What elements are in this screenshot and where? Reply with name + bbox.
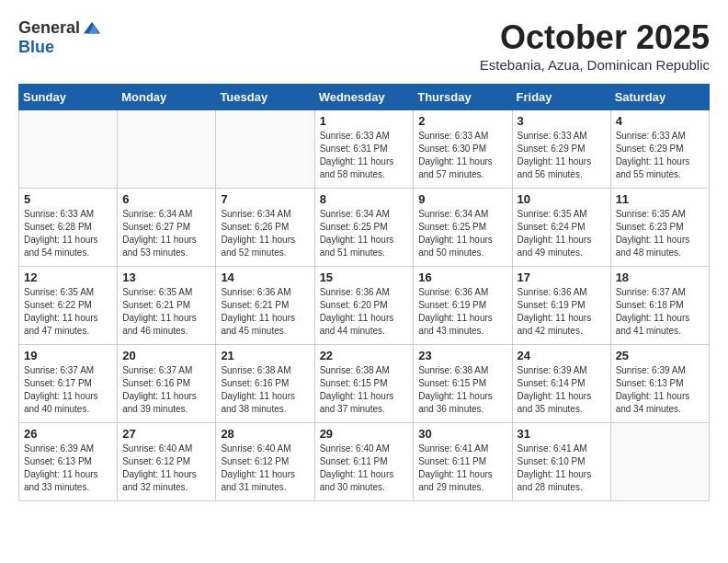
day-info: Sunrise: 6:41 AM Sunset: 6:11 PM Dayligh… xyxy=(418,442,506,494)
day-number: 23 xyxy=(418,349,506,362)
calendar-cell: 14Sunrise: 6:36 AM Sunset: 6:21 PM Dayli… xyxy=(216,267,314,345)
week-row-3: 12Sunrise: 6:35 AM Sunset: 6:22 PM Dayli… xyxy=(19,267,710,345)
day-info: Sunrise: 6:36 AM Sunset: 6:19 PM Dayligh… xyxy=(518,286,606,338)
calendar-cell: 3Sunrise: 6:33 AM Sunset: 6:29 PM Daylig… xyxy=(512,110,610,189)
logo-icon xyxy=(82,18,102,39)
calendar-cell xyxy=(19,110,118,189)
weekday-header-thursday: Thursday xyxy=(414,85,512,110)
day-number: 21 xyxy=(221,349,309,362)
weekday-header-wednesday: Wednesday xyxy=(314,85,414,110)
calendar-cell: 23Sunrise: 6:38 AM Sunset: 6:15 PM Dayli… xyxy=(414,345,512,423)
day-info: Sunrise: 6:34 AM Sunset: 6:27 PM Dayligh… xyxy=(122,208,210,259)
day-info: Sunrise: 6:35 AM Sunset: 6:24 PM Dayligh… xyxy=(518,208,606,259)
day-info: Sunrise: 6:40 AM Sunset: 6:12 PM Dayligh… xyxy=(221,442,309,494)
week-row-4: 19Sunrise: 6:37 AM Sunset: 6:17 PM Dayli… xyxy=(19,345,710,423)
logo-blue: Blue xyxy=(18,38,54,56)
day-number: 11 xyxy=(616,192,704,206)
calendar-cell: 26Sunrise: 6:39 AM Sunset: 6:13 PM Dayli… xyxy=(19,423,118,501)
day-number: 8 xyxy=(320,192,409,206)
day-number: 12 xyxy=(24,270,112,284)
calendar-cell: 27Sunrise: 6:40 AM Sunset: 6:12 PM Dayli… xyxy=(118,423,216,501)
weekday-header-monday: Monday xyxy=(118,85,216,110)
day-info: Sunrise: 6:38 AM Sunset: 6:15 PM Dayligh… xyxy=(418,364,506,416)
calendar-cell: 21Sunrise: 6:38 AM Sunset: 6:16 PM Dayli… xyxy=(216,345,314,423)
day-number: 27 xyxy=(122,427,210,441)
day-number: 16 xyxy=(418,270,506,284)
calendar-cell: 1Sunrise: 6:33 AM Sunset: 6:31 PM Daylig… xyxy=(314,110,414,189)
calendar-cell: 18Sunrise: 6:37 AM Sunset: 6:18 PM Dayli… xyxy=(610,267,709,345)
calendar-cell xyxy=(610,423,709,501)
calendar-cell: 11Sunrise: 6:35 AM Sunset: 6:23 PM Dayli… xyxy=(610,189,709,267)
day-number: 10 xyxy=(518,192,606,206)
calendar-cell: 12Sunrise: 6:35 AM Sunset: 6:22 PM Dayli… xyxy=(19,267,118,345)
day-info: Sunrise: 6:38 AM Sunset: 6:16 PM Dayligh… xyxy=(221,364,309,416)
calendar-cell: 20Sunrise: 6:37 AM Sunset: 6:16 PM Dayli… xyxy=(118,345,216,423)
day-info: Sunrise: 6:34 AM Sunset: 6:25 PM Dayligh… xyxy=(320,208,409,259)
calendar-cell: 31Sunrise: 6:41 AM Sunset: 6:10 PM Dayli… xyxy=(512,423,610,501)
calendar-cell: 9Sunrise: 6:34 AM Sunset: 6:25 PM Daylig… xyxy=(414,189,512,267)
day-info: Sunrise: 6:40 AM Sunset: 6:12 PM Dayligh… xyxy=(122,442,210,494)
day-number: 30 xyxy=(418,427,506,441)
weekday-header-row: SundayMondayTuesdayWednesdayThursdayFrid… xyxy=(19,85,710,110)
calendar-cell: 8Sunrise: 6:34 AM Sunset: 6:25 PM Daylig… xyxy=(314,189,414,267)
calendar-cell: 22Sunrise: 6:38 AM Sunset: 6:15 PM Dayli… xyxy=(314,345,414,423)
calendar-cell: 2Sunrise: 6:33 AM Sunset: 6:30 PM Daylig… xyxy=(414,110,512,189)
day-info: Sunrise: 6:33 AM Sunset: 6:28 PM Dayligh… xyxy=(24,208,112,259)
calendar-cell: 28Sunrise: 6:40 AM Sunset: 6:12 PM Dayli… xyxy=(216,423,314,501)
calendar-table: SundayMondayTuesdayWednesdayThursdayFrid… xyxy=(18,84,710,501)
day-number: 1 xyxy=(320,114,409,128)
calendar-cell: 24Sunrise: 6:39 AM Sunset: 6:14 PM Dayli… xyxy=(512,345,610,423)
day-info: Sunrise: 6:39 AM Sunset: 6:13 PM Dayligh… xyxy=(24,442,112,494)
page-header: General Blue October 2025 Estebania, Azu… xyxy=(18,18,710,73)
day-info: Sunrise: 6:33 AM Sunset: 6:29 PM Dayligh… xyxy=(616,130,704,181)
calendar-cell: 15Sunrise: 6:36 AM Sunset: 6:20 PM Dayli… xyxy=(314,267,414,345)
day-info: Sunrise: 6:35 AM Sunset: 6:23 PM Dayligh… xyxy=(616,208,704,259)
day-info: Sunrise: 6:39 AM Sunset: 6:13 PM Dayligh… xyxy=(616,364,704,416)
day-info: Sunrise: 6:35 AM Sunset: 6:22 PM Dayligh… xyxy=(24,286,112,338)
calendar-cell: 25Sunrise: 6:39 AM Sunset: 6:13 PM Dayli… xyxy=(610,345,709,423)
day-number: 2 xyxy=(418,114,506,128)
week-row-5: 26Sunrise: 6:39 AM Sunset: 6:13 PM Dayli… xyxy=(19,423,710,501)
day-number: 18 xyxy=(616,270,704,284)
week-row-2: 5Sunrise: 6:33 AM Sunset: 6:28 PM Daylig… xyxy=(19,189,710,267)
day-info: Sunrise: 6:36 AM Sunset: 6:20 PM Dayligh… xyxy=(320,286,409,338)
day-number: 17 xyxy=(518,270,606,284)
day-number: 14 xyxy=(221,270,309,284)
calendar-cell: 13Sunrise: 6:35 AM Sunset: 6:21 PM Dayli… xyxy=(118,267,216,345)
weekday-header-saturday: Saturday xyxy=(610,85,709,110)
logo: General Blue xyxy=(18,18,102,57)
day-info: Sunrise: 6:38 AM Sunset: 6:15 PM Dayligh… xyxy=(320,364,409,416)
calendar-cell: 6Sunrise: 6:34 AM Sunset: 6:27 PM Daylig… xyxy=(118,189,216,267)
location: Estebania, Azua, Dominican Republic xyxy=(480,57,710,73)
day-info: Sunrise: 6:39 AM Sunset: 6:14 PM Dayligh… xyxy=(518,364,606,416)
day-number: 9 xyxy=(418,192,506,206)
day-info: Sunrise: 6:33 AM Sunset: 6:31 PM Dayligh… xyxy=(320,130,409,181)
day-number: 22 xyxy=(320,349,409,362)
calendar-cell: 10Sunrise: 6:35 AM Sunset: 6:24 PM Dayli… xyxy=(512,189,610,267)
day-number: 7 xyxy=(221,192,309,206)
calendar-cell: 7Sunrise: 6:34 AM Sunset: 6:26 PM Daylig… xyxy=(216,189,314,267)
day-info: Sunrise: 6:33 AM Sunset: 6:30 PM Dayligh… xyxy=(418,130,506,181)
title-block: October 2025 Estebania, Azua, Dominican … xyxy=(480,18,710,73)
day-number: 3 xyxy=(518,114,606,128)
day-info: Sunrise: 6:33 AM Sunset: 6:29 PM Dayligh… xyxy=(518,130,606,181)
day-number: 13 xyxy=(122,270,210,284)
day-number: 20 xyxy=(122,349,210,362)
day-info: Sunrise: 6:41 AM Sunset: 6:10 PM Dayligh… xyxy=(518,442,606,494)
weekday-header-tuesday: Tuesday xyxy=(216,85,314,110)
month-title: October 2025 xyxy=(480,18,710,57)
weekday-header-friday: Friday xyxy=(512,85,610,110)
day-info: Sunrise: 6:35 AM Sunset: 6:21 PM Dayligh… xyxy=(122,286,210,338)
day-number: 5 xyxy=(24,192,112,206)
logo-general: General xyxy=(18,19,80,38)
day-number: 28 xyxy=(221,427,309,441)
calendar-cell: 29Sunrise: 6:40 AM Sunset: 6:11 PM Dayli… xyxy=(314,423,414,501)
calendar-cell: 4Sunrise: 6:33 AM Sunset: 6:29 PM Daylig… xyxy=(610,110,709,189)
day-number: 26 xyxy=(24,427,112,441)
day-info: Sunrise: 6:37 AM Sunset: 6:16 PM Dayligh… xyxy=(122,364,210,416)
calendar-cell: 19Sunrise: 6:37 AM Sunset: 6:17 PM Dayli… xyxy=(19,345,118,423)
day-number: 31 xyxy=(518,427,606,441)
calendar-cell xyxy=(118,110,216,189)
day-number: 19 xyxy=(24,349,112,362)
calendar-cell: 16Sunrise: 6:36 AM Sunset: 6:19 PM Dayli… xyxy=(414,267,512,345)
